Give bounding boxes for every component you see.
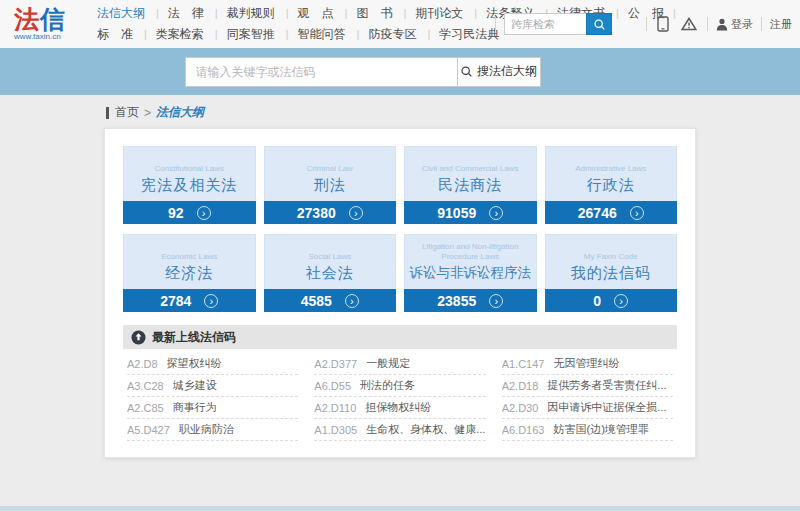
breadcrumb-bar-icon [106,107,109,119]
category-title: 宪法及相关法 [124,176,255,195]
new-upload-icon [131,330,146,345]
arrow-right-icon[interactable]: › [489,294,503,308]
category-count-bar[interactable]: 26746 › [545,201,678,224]
category-title: 行政法 [546,176,677,195]
nav-item-faxin-outline[interactable]: 法信大纲 [96,5,146,22]
arrow-right-icon[interactable]: › [204,294,218,308]
category-count-bar[interactable]: 91059 › [404,201,537,224]
code-id: A2.D110 [314,402,356,414]
category-count-bar[interactable]: 4585 › [264,289,397,312]
list-item[interactable]: A2.D377 一般规定 [314,353,485,375]
alert-icon[interactable] [679,17,699,31]
faxin-logo[interactable]: 法信 www.faxin.cn [14,7,84,41]
topbar-right-tools: 登录 注册 [487,0,792,48]
arrow-right-icon[interactable]: › [197,206,211,220]
nav-item-journal-papers[interactable]: 期刊论文 [393,5,464,22]
category-count-bar[interactable]: 0 › [545,289,678,312]
arrow-right-icon[interactable]: › [345,294,359,308]
main-panel: Constitutional Laws 宪法及相关法 92 › Criminal… [104,128,696,458]
arrow-right-icon[interactable]: › [349,206,363,220]
list-item[interactable]: A2.D30 因申请诉中证据保全损... [502,397,673,419]
list-item[interactable]: A2.D8 探望权纠纷 [127,353,298,375]
latest-codes-section: 最新上线法信码 A2.D8 探望权纠纷 A2.D377 一般规定 A1.C147… [123,325,677,441]
login-button[interactable]: 登录 [716,17,753,32]
category-count-bar[interactable]: 92 › [123,201,256,224]
register-button[interactable]: 注册 [770,17,792,32]
card-body: Social Laws 社会法 [264,234,397,289]
card-economic-laws[interactable]: Economic Laws 经济法 2784 › [123,234,256,312]
card-my-faxin-code[interactable]: My Faxin Code 我的法信码 0 › [545,234,678,312]
code-title: 担保物权纠纷 [365,400,431,415]
category-count: 4585 [301,293,332,309]
card-procedure-laws[interactable]: Litigation and Non-litigation Procedure … [404,234,537,312]
arrow-right-icon[interactable]: › [489,206,503,220]
code-id: A1.C147 [502,358,545,370]
card-constitutional-laws[interactable]: Constitutional Laws 宪法及相关法 92 › [123,146,256,224]
code-id: A2.D8 [127,358,158,370]
code-title: 探望权纠纷 [167,356,222,371]
mobile-app-icon[interactable] [655,16,671,32]
outline-search: 搜法信大纲 [185,57,541,87]
code-title: 职业病防治 [179,422,234,437]
nav-item-law[interactable]: 法 律 [146,5,205,22]
category-title: 我的法信码 [546,264,677,283]
category-count: 23855 [437,293,476,309]
card-civil-commercial-laws[interactable]: Civil and Commercial Laws 民法商法 91059 › [404,146,537,224]
divider [495,17,496,31]
footer-strip [0,506,800,511]
category-english-label: Administrative Laws [546,154,677,174]
list-item[interactable]: A5.D427 职业病防治 [127,419,298,441]
breadcrumb-home-link[interactable]: 首页 [115,104,139,121]
list-item[interactable]: A6.D163 妨害国(边)境管理罪 [502,419,673,441]
category-count: 0 [593,293,601,309]
latest-codes-list: A2.D8 探望权纠纷 A2.D377 一般规定 A1.C147 无因管理纠纷 … [123,349,677,441]
list-item[interactable]: A2.D18 提供劳务者受害责任纠... [502,375,673,397]
arrow-right-icon[interactable]: › [630,206,644,220]
card-criminal-law[interactable]: Criminal Law 刑法 27380 › [264,146,397,224]
list-item[interactable]: A1.C147 无因管理纠纷 [502,353,673,375]
cross-db-search-input[interactable] [504,13,586,35]
category-english-label: Litigation and Non-litigation Procedure … [405,242,536,262]
list-item[interactable]: A3.C28 城乡建设 [127,375,298,397]
card-body: Criminal Law 刑法 [264,146,397,201]
card-body: My Faxin Code 我的法信码 [545,234,678,289]
list-item[interactable]: A2.D110 担保物权纠纷 [314,397,485,419]
code-id: A6.D55 [314,380,351,392]
code-title: 妨害国(边)境管理罪 [553,422,648,437]
list-item[interactable]: A2.C85 商事行为 [127,397,298,419]
nav-item-same-case-recommend[interactable]: 同案智推 [205,26,276,43]
category-count-bar[interactable]: 27380 › [264,201,397,224]
cross-db-search [504,13,612,35]
category-count-bar[interactable]: 2784 › [123,289,256,312]
category-title: 社会法 [265,264,396,283]
hero-search-band: 搜法信大纲 [0,48,800,95]
category-count-bar[interactable]: 23855 › [404,289,537,312]
code-id: A2.D30 [502,402,539,414]
latest-codes-header: 最新上线法信码 [123,325,677,349]
code-title: 无因管理纠纷 [553,356,619,371]
card-social-laws[interactable]: Social Laws 社会法 4585 › [264,234,397,312]
category-english-label: Criminal Law [265,154,396,174]
arrow-right-icon[interactable]: › [614,294,628,308]
cross-db-search-button[interactable] [586,13,612,35]
nav-item-similar-case-search[interactable]: 类案检索 [134,26,205,43]
nav-item-epidemic-zone[interactable]: 防疫专区 [347,26,418,43]
nav-item-standards[interactable]: 标 准 [96,26,134,43]
nav-item-smart-qa[interactable]: 智能问答 [276,26,347,43]
nav-item-books[interactable]: 图 书 [335,5,394,22]
outline-search-input[interactable] [185,57,457,87]
card-body: Constitutional Laws 宪法及相关法 [123,146,256,201]
top-header: 法信 www.faxin.cn 法信大纲 法 律 裁判规则 观 点 图 书 期刊… [0,0,800,48]
nav-item-judgment-rules[interactable]: 裁判规则 [205,5,276,22]
category-count: 91059 [437,205,476,221]
card-administrative-laws[interactable]: Administrative Laws 行政法 26746 › [545,146,678,224]
list-item[interactable]: A6.D55 刑法的任务 [314,375,485,397]
list-item[interactable]: A1.D305 生命权、身体权、健康... [314,419,485,441]
category-title: 经济法 [124,264,255,283]
code-title: 提供劳务者受害责任纠... [547,378,666,393]
code-title: 因申请诉中证据保全损... [547,400,666,415]
breadcrumb: 首页 > 法信大纲 [104,95,696,128]
category-english-label: Constitutional Laws [124,154,255,174]
outline-search-button[interactable]: 搜法信大纲 [457,57,541,87]
nav-item-viewpoints[interactable]: 观 点 [276,5,335,22]
